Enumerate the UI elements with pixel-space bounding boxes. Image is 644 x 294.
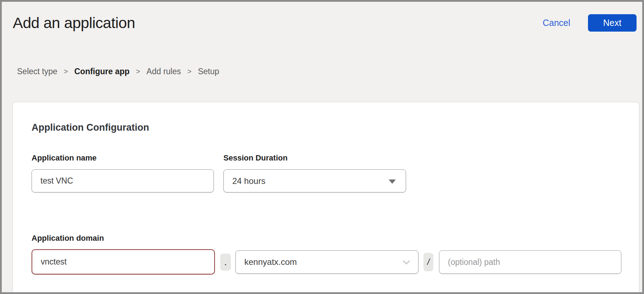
section-heading: Application Configuration [32, 122, 149, 133]
slash-separator: / [423, 253, 433, 271]
domain-selected-value: kennyatx.com [244, 257, 297, 267]
session-duration-selected-value: 24 hours [232, 176, 265, 186]
breadcrumb-step-configure-app[interactable]: Configure app [74, 67, 129, 76]
domain-select[interactable]: kennyatx.com [235, 250, 418, 274]
application-configuration-card: Application Configuration Application na… [12, 102, 639, 292]
page-title: Add an application [13, 14, 135, 32]
header-actions: Cancel Next [543, 14, 637, 32]
app-window: Add an application Cancel Next Select ty… [0, 0, 644, 294]
session-duration-select[interactable]: 24 hours [223, 169, 406, 192]
dot-separator: . [220, 254, 231, 271]
breadcrumb-step-select-type[interactable]: Select type [17, 67, 57, 76]
next-button[interactable]: Next [588, 14, 637, 32]
application-name-label: Application name [32, 153, 96, 163]
dropdown-triangle-icon [389, 179, 396, 184]
breadcrumb-separator: > [187, 67, 191, 76]
breadcrumb-step-add-rules[interactable]: Add rules [146, 67, 181, 76]
application-domain-label: Application domain [32, 234, 104, 243]
application-domain-row: . kennyatx.com / [32, 249, 639, 275]
subdomain-input[interactable] [32, 249, 215, 274]
breadcrumb-step-setup[interactable]: Setup [198, 67, 219, 76]
chevron-down-icon [403, 257, 410, 265]
breadcrumb-separator: > [64, 67, 68, 76]
breadcrumb-separator: > [136, 67, 140, 76]
cancel-button[interactable]: Cancel [543, 18, 570, 28]
breadcrumb: Select type > Configure app > Add rules … [17, 67, 219, 76]
application-name-input[interactable] [32, 169, 214, 192]
path-input[interactable] [439, 250, 621, 274]
session-duration-label: Session Duration [223, 153, 288, 163]
page-header: Add an application Cancel Next [13, 12, 637, 34]
